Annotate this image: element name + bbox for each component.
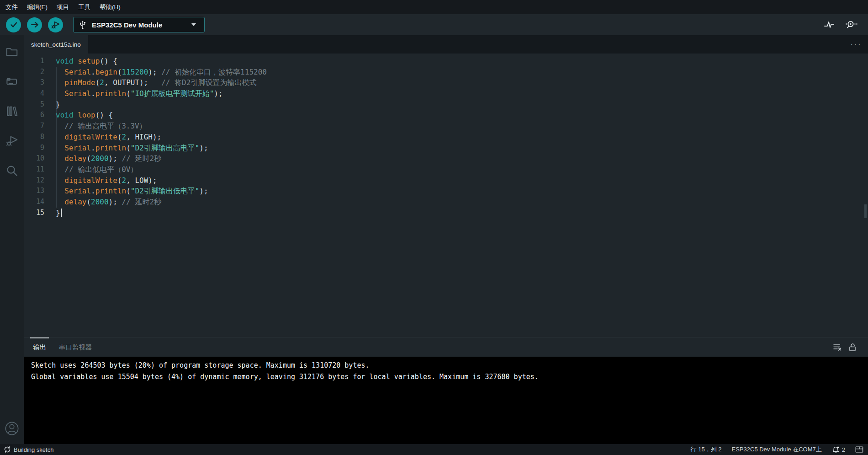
line-number: 6 (24, 110, 54, 121)
code-token: ( (86, 198, 91, 206)
menu-item[interactable]: 工具 (74, 0, 95, 14)
code-token: . (91, 68, 95, 76)
code-token: ); (109, 154, 122, 163)
code-token: digitalWrite (64, 176, 117, 185)
boards-manager-icon (5, 75, 19, 88)
code-token: // 输出低电平（0V） (64, 165, 138, 174)
serial-plotter-button[interactable] (823, 19, 835, 31)
code-token: println (95, 89, 126, 98)
sidebar-item-sketchbook[interactable] (2, 41, 22, 63)
board-selector[interactable]: ESP32C5 Dev Module (73, 17, 205, 32)
code-token: "IO扩展板电平测试开始" (131, 89, 214, 98)
code-token (56, 144, 64, 152)
upload-arrow-icon (30, 20, 40, 30)
code-token: 2 (122, 133, 127, 141)
line-number: 14 (24, 197, 54, 208)
board-port-status[interactable]: ESP32C5 Dev Module 在COM7上 (732, 445, 822, 454)
line-number: 4 (24, 88, 54, 99)
code-line: // 输出低电平（0V） (56, 164, 859, 175)
toolbar: ESP32C5 Dev Module (0, 14, 868, 35)
sync-icon (4, 446, 11, 453)
sidebar-item-debug[interactable] (2, 130, 22, 152)
code-token: digitalWrite (64, 133, 117, 141)
menu-item[interactable]: 编辑(E) (22, 0, 52, 14)
tab-sketch[interactable]: sketch_oct15a.ino (24, 35, 88, 54)
code-token: ( (95, 78, 100, 87)
upload-button[interactable] (27, 17, 42, 32)
editor-tab-bar: sketch_oct15a.ino ··· (24, 35, 868, 54)
code-line: Serial.println("D2引脚输出高电平"); (56, 143, 859, 154)
account-icon (4, 421, 20, 436)
cursor-position[interactable]: 行 15，列 2 (691, 445, 722, 454)
code-token (56, 68, 64, 76)
line-number: 2 (24, 67, 54, 78)
code-token: "D2引脚输出高电平" (131, 144, 200, 152)
tab-label: sketch_oct15a.ino (31, 41, 81, 48)
tab-overflow-button[interactable]: ··· (850, 35, 862, 54)
code-token: ( (117, 176, 122, 185)
toggle-panel-button[interactable] (855, 446, 863, 453)
code-token: ( (126, 187, 131, 195)
clear-output-icon (832, 343, 842, 352)
code-token (56, 133, 64, 141)
panel-tab-serial-monitor[interactable]: 串口监视器 (53, 337, 99, 357)
code-line: digitalWrite(2, HIGH); (56, 132, 859, 143)
serial-monitor-button[interactable] (844, 19, 858, 30)
line-number: 8 (24, 132, 54, 143)
code-token: , HIGH); (126, 133, 161, 141)
sidebar-item-account[interactable] (2, 418, 22, 439)
console-line: Global variables use 15504 bytes (4%) of… (31, 371, 868, 383)
code-token: // 初始化串口，波特率115200 (161, 68, 267, 76)
code-token (56, 198, 64, 206)
debug-button[interactable] (48, 17, 63, 32)
sidebar-item-boards-manager[interactable] (2, 70, 22, 92)
line-number: 1 (24, 56, 54, 67)
board-selector-label: ESP32C5 Dev Module (92, 21, 191, 29)
line-number: 12 (24, 175, 54, 186)
code-token: () { (95, 111, 113, 119)
arduino-ide-window: 文件编辑(E)项目工具帮助(H) ESP32C5 Dev Module (0, 0, 868, 455)
code-line: } (56, 99, 859, 110)
code-token: ); (148, 68, 161, 76)
editor-scrollbar[interactable] (864, 204, 867, 218)
bottom-panel-tabs: 输出串口监视器 (24, 337, 99, 357)
menu-item[interactable]: 帮助(H) (95, 0, 125, 14)
menu-item[interactable]: 项目 (52, 0, 74, 14)
scroll-lock-button[interactable] (848, 343, 857, 352)
code-token: . (91, 187, 95, 195)
code-token: // 将D2引脚设置为输出模式 (161, 78, 256, 87)
clear-output-button[interactable] (832, 343, 842, 352)
line-number: 5 (24, 99, 54, 110)
code-token (56, 154, 64, 163)
code-line: delay(2000); // 延时2秒 (56, 197, 859, 208)
code-token: ); (199, 144, 208, 152)
notifications-button[interactable]: 2 (832, 446, 845, 454)
code-token: ( (126, 89, 131, 98)
code-token: Serial (64, 68, 91, 76)
sidebar-item-library-manager[interactable] (2, 100, 22, 122)
output-console[interactable]: Sketch uses 264503 bytes (20%) of progra… (24, 357, 868, 444)
code-token (74, 111, 78, 119)
sidebar-item-search[interactable] (2, 160, 22, 182)
panel-tab-output[interactable]: 输出 (26, 337, 53, 357)
verify-check-icon (9, 20, 19, 30)
menu-item[interactable]: 文件 (1, 0, 22, 14)
code-line: pinMode(2, OUTPUT); // 将D2引脚设置为输出模式 (56, 77, 859, 88)
code-token: ( (86, 154, 91, 163)
code-token (56, 122, 64, 130)
code-token: 115200 (122, 68, 148, 76)
line-number: 15 (24, 208, 54, 219)
code-token: begin (95, 68, 117, 76)
menu-bar: 文件编辑(E)项目工具帮助(H) (0, 0, 868, 14)
code-editor[interactable]: 123456789101112131415 void setup() { Ser… (24, 54, 868, 337)
code-line: delay(2000); // 延时2秒 (56, 153, 859, 164)
code-token: . (91, 144, 95, 152)
line-number: 7 (24, 121, 54, 132)
debug-icon (50, 20, 61, 30)
code-token: 2000 (91, 198, 109, 206)
text-cursor (61, 209, 62, 217)
code-token: Serial (64, 187, 91, 195)
code-token: ( (117, 68, 122, 76)
line-number: 11 (24, 164, 54, 175)
verify-button[interactable] (6, 17, 21, 32)
